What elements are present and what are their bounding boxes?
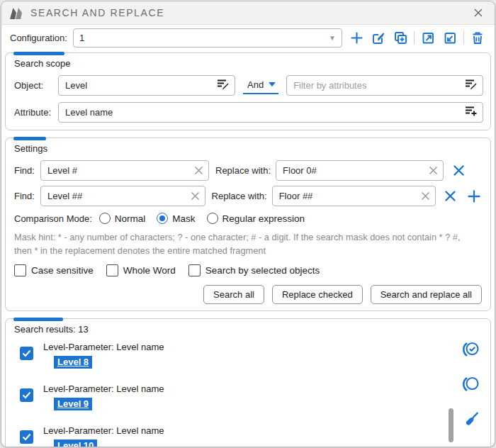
find-replace-row: Find: Level # Replace with: Floor 0# [14,160,483,181]
object-row: Object: Level And Filter by attributes [14,75,483,96]
action-buttons-row: Search all Replace checked Search and re… [14,285,483,304]
filter-by-attributes-input[interactable]: Filter by attributes [286,75,483,96]
object-label: Object: [14,80,58,91]
clear-results-broom-icon[interactable] [462,410,480,428]
tab-indicator [13,318,63,321]
whole-word-checkbox[interactable]: Whole Word [106,264,176,276]
radio-label: Normal [115,213,146,224]
mask-hint-text: Mask hint: * - any number of characters;… [14,231,478,257]
checkbox-label: Search by selected objects [205,265,320,276]
attribute-input[interactable]: Level name [58,102,483,123]
find-value: Level ## [47,191,186,201]
result-checkbox-checked[interactable] [20,430,33,444]
duplicate-configuration-button[interactable] [392,30,409,47]
add-to-list-icon[interactable] [464,105,478,120]
result-value-highlight[interactable]: Level 9 [54,398,92,410]
settings-title: Settings [14,143,483,154]
chevron-down-icon: ▼ [329,34,336,42]
result-parameter: Level-Parameter: Level name [43,342,164,352]
add-row-button[interactable] [466,188,483,205]
toolbar-separator [414,31,415,45]
comparison-mode-row: Comparison Mode: Normal Mask Regular exp… [14,213,483,224]
results-toolbar [462,340,480,428]
result-item: Level-Parameter: Level name Level 10 [20,425,483,447]
logic-operator-select[interactable]: And [243,77,278,94]
tab-indicator [13,137,46,140]
replace-input[interactable]: Floor 0# [276,160,444,181]
close-icon[interactable] [470,5,486,21]
result-value-highlight[interactable]: Level 10 [54,439,97,447]
tab-indicator [13,52,64,55]
result-item: Level-Parameter: Level name Level 8 [20,342,483,369]
import-configuration-button[interactable] [441,30,458,47]
result-checkbox-checked[interactable] [20,388,33,402]
uncheck-all-icon[interactable] [462,375,480,393]
edit-list-icon[interactable] [216,78,230,93]
search-scope-group: Search scope Object: Level And Filter by… [5,52,491,130]
configuration-select[interactable]: 1 ▼ [73,28,342,47]
checkbox-label: Case sensitive [31,265,94,276]
scrollbar-thumb[interactable] [449,408,453,442]
export-configuration-button[interactable] [419,30,436,47]
title-bar: SEARCH AND REPLACE [1,1,495,25]
toolbar-separator [463,31,464,45]
search-results-title: Search results: 13 [14,324,483,335]
operator-value: And [247,79,264,90]
add-configuration-button[interactable] [348,30,365,47]
search-by-selected-objects-checkbox[interactable]: Search by selected objects [188,264,320,276]
find-input[interactable]: Level ## [40,186,205,206]
object-input[interactable]: Level [58,75,235,96]
comparison-mode-label: Comparison Mode: [14,213,92,224]
check-all-icon[interactable] [462,340,480,359]
edit-list-icon[interactable] [464,78,478,93]
delete-configuration-button[interactable] [469,30,486,47]
rename-configuration-button[interactable] [370,30,387,47]
checkbox-label: Whole Word [123,265,176,276]
result-parameter: Level-Parameter: Level name [43,425,164,436]
radio-icon [99,213,111,224]
result-parameter: Level-Parameter: Level name [43,383,164,394]
attribute-value: Level name [65,107,460,118]
search-and-replace-all-button[interactable]: Search and replace all [371,285,482,304]
window-title: SEARCH AND REPLACE [30,7,164,18]
replace-input[interactable]: Floor ## [272,186,436,206]
replace-label: Replace with: [212,191,267,201]
configuration-toolbar [348,30,487,47]
object-value: Level [65,80,212,91]
radio-icon [207,213,218,224]
search-scope-title: Search scope [14,58,483,69]
remove-row-button[interactable] [441,188,459,205]
radio-label: Regular expression [222,213,305,224]
case-sensitive-checkbox[interactable]: Case sensitive [14,264,94,276]
replace-value: Floor ## [279,191,417,201]
search-all-button[interactable]: Search all [203,285,264,304]
find-value: Level # [47,165,190,176]
clear-text-icon[interactable] [191,191,200,201]
remove-row-button[interactable] [449,162,468,179]
result-item: Level-Parameter: Level name Level 9 [20,383,483,410]
checkbox-icon [188,264,201,276]
search-and-replace-window: SEARCH AND REPLACE Configuration: 1 ▼ [1,1,495,447]
clear-text-icon[interactable] [194,166,203,175]
configuration-label: Configuration: [10,33,67,43]
clear-text-icon[interactable] [421,191,430,201]
find-label: Find: [14,191,40,201]
radio-mask[interactable]: Mask [157,213,195,224]
find-input[interactable]: Level # [40,160,209,181]
radio-normal[interactable]: Normal [99,213,146,224]
find-replace-row: Find: Level ## Replace with: Floor ## [14,186,483,206]
replace-checked-button[interactable]: Replace checked [272,285,363,304]
replace-label: Replace with: [215,165,271,176]
result-checkbox-checked[interactable] [20,347,33,360]
result-value-highlight[interactable]: Level 8 [54,356,92,369]
clear-text-icon[interactable] [429,166,438,175]
options-row: Case sensitive Whole Word Search by sele… [14,264,483,276]
checkbox-icon [14,264,26,276]
settings-group: Settings Find: Level # Replace with: Flo… [5,138,491,311]
app-logo-icon [10,6,24,19]
radio-regular-expression[interactable]: Regular expression [207,213,305,224]
search-results-group: Search results: 13 Level-Parameter: Leve… [5,318,491,447]
filter-placeholder: Filter by attributes [293,80,460,91]
radio-label: Mask [172,213,195,224]
configuration-value: 1 [79,33,329,43]
